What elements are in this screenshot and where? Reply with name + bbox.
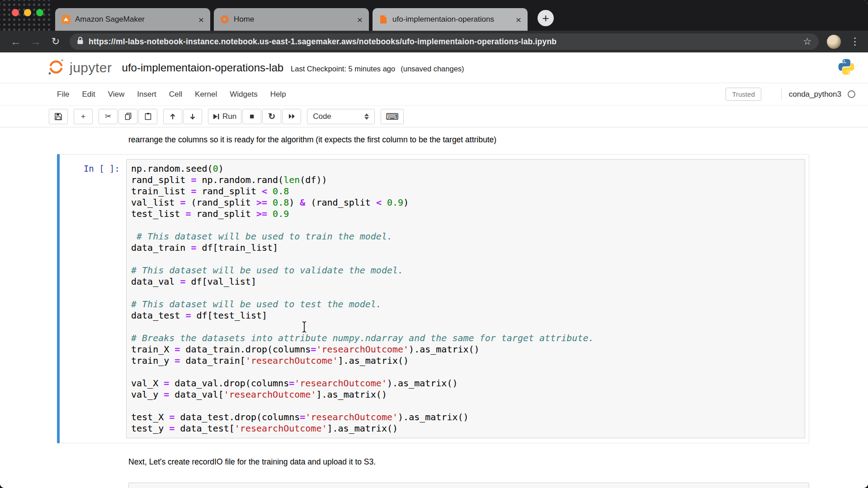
code-line: train_y = data_train['researchOutcome'].… <box>131 355 800 366</box>
text-cursor-icon <box>301 321 307 335</box>
minimize-window-button[interactable] <box>24 9 31 16</box>
close-tab-icon[interactable]: × <box>515 15 522 24</box>
address-bar[interactable]: https://ml-labs-notebook-instance.notebo… <box>70 33 819 50</box>
tab-amazon-sagemaker[interactable]: Amazon SageMaker × <box>55 8 210 31</box>
notebook-file-icon <box>379 15 388 24</box>
forward-icon[interactable]: → <box>28 35 43 48</box>
save-icon <box>54 113 62 121</box>
stop-icon: ■ <box>250 113 254 120</box>
tab-ufo-notebook[interactable]: ufo-implementaion-operations × <box>373 8 528 31</box>
jupyter-header: jupyter ufo-implementaion-operations-lab… <box>0 52 868 83</box>
profile-avatar[interactable] <box>827 35 841 49</box>
menu-view[interactable]: View <box>102 90 131 99</box>
sagemaker-icon <box>61 15 71 24</box>
notebook-title[interactable]: ufo-implementaion-operations-lab <box>122 61 284 74</box>
insert-cell-button[interactable]: + <box>74 109 93 124</box>
lock-icon <box>77 37 84 47</box>
bookmark-star-icon[interactable]: ☆ <box>803 36 811 47</box>
code-line: val_list = (rand_split >= 0.8) & (rand_s… <box>131 197 800 208</box>
cell-prompt: In [ ]: <box>57 159 126 438</box>
trusted-button[interactable]: Trusted <box>726 88 761 101</box>
menu-edit[interactable]: Edit <box>75 90 101 99</box>
tab-list: Amazon SageMaker × Home × ufo-implementa… <box>55 0 554 31</box>
copy-cell-button[interactable] <box>118 109 137 124</box>
menu-cell[interactable]: Cell <box>163 90 189 99</box>
browser-navigation-bar: ← → ↻ https://ml-labs-notebook-instance.… <box>0 31 868 52</box>
jupyter-logo-icon[interactable] <box>47 58 65 78</box>
run-label: Run <box>222 112 236 121</box>
tab-title: Amazon SageMaker <box>75 15 193 24</box>
cell-type-value: Code <box>313 112 331 121</box>
code-line: test_X = data_test.drop(columns='researc… <box>131 412 800 423</box>
restart-run-all-button[interactable] <box>282 109 301 124</box>
menu-widgets[interactable]: Widgets <box>223 90 264 99</box>
code-input-area[interactable]: np.random.seed(0)rand_split = np.random.… <box>126 159 805 438</box>
new-tab-button[interactable]: + <box>538 10 554 26</box>
menu-insert[interactable]: Insert <box>131 90 163 99</box>
browser-window: Amazon SageMaker × Home × ufo-implementa… <box>0 0 868 488</box>
restart-kernel-button[interactable]: ↻ <box>262 109 281 124</box>
menu-kernel[interactable]: Kernel <box>189 90 223 99</box>
cut-icon: ✂ <box>105 113 111 120</box>
paste-cell-button[interactable] <box>138 109 157 124</box>
menu-file[interactable]: File <box>51 90 75 99</box>
run-icon <box>213 113 219 120</box>
copy-icon <box>124 113 132 120</box>
command-palette-button[interactable]: ⌨ <box>381 109 404 124</box>
code-line: np.random.seed(0) <box>131 163 800 174</box>
tab-title: Home <box>234 15 352 24</box>
code-line <box>131 220 800 231</box>
tab-title: ufo-implementaion-operations <box>392 15 510 24</box>
next-code-cell-partial[interactable] <box>128 483 809 488</box>
move-cell-up-button[interactable] <box>163 109 182 124</box>
paste-icon <box>144 113 152 120</box>
checkpoint-status: Last Checkpoint: 5 minutes ago <box>291 62 395 73</box>
code-line: val_y = data_val['researchOutcome'].as_m… <box>131 389 800 400</box>
selected-cell-indicator <box>57 154 60 443</box>
interrupt-kernel-button[interactable]: ■ <box>242 109 261 124</box>
notebook-content: rearrange the columns so it is ready for… <box>0 127 868 488</box>
jupyter-wordmark[interactable]: jupyter <box>70 60 112 75</box>
run-cell-button[interactable]: Run <box>208 109 241 124</box>
code-line: data_test = df[test_list] <box>131 310 800 321</box>
code-line: data_val = df[val_list] <box>131 276 800 287</box>
arrow-up-icon <box>169 113 176 120</box>
code-line <box>131 366 800 378</box>
cut-cell-button[interactable]: ✂ <box>99 109 118 124</box>
keyboard-icon: ⌨ <box>386 112 399 121</box>
code-line: test_y = data_test['researchOutcome'].as… <box>131 423 800 434</box>
zoom-window-button[interactable] <box>36 9 43 16</box>
markdown-cell-bottom[interactable]: Next, Let's create recordIO file for the… <box>57 457 809 467</box>
restart-icon: ↻ <box>268 112 275 121</box>
markdown-cell-top[interactable]: rearrange the columns so it is ready for… <box>57 135 809 145</box>
code-line: data_train = df[train_list] <box>131 242 800 253</box>
menu-help[interactable]: Help <box>264 90 292 99</box>
browser-menu-icon[interactable]: ⋮ <box>850 36 860 47</box>
plus-icon: + <box>81 113 85 120</box>
tab-home[interactable]: Home × <box>214 8 369 31</box>
close-tab-icon[interactable]: × <box>356 15 363 24</box>
close-window-button[interactable] <box>12 9 19 16</box>
reload-icon[interactable]: ↻ <box>48 36 63 47</box>
code-line: val_X = data_val.drop(columns='researchO… <box>131 378 800 389</box>
notebook-toolbar: + ✂ Run ■ ↻ <box>0 106 868 127</box>
kernel-name: conda_python3 <box>789 90 841 99</box>
move-cell-down-button[interactable] <box>183 109 202 124</box>
save-button[interactable] <box>49 109 68 124</box>
kernel-idle-icon <box>848 90 855 98</box>
notebook-menubar: File Edit View Insert Cell Kernel Widget… <box>0 83 868 106</box>
close-tab-icon[interactable]: × <box>198 15 205 24</box>
code-lines: np.random.seed(0)rand_split = np.random.… <box>131 163 800 434</box>
browser-tab-strip: Amazon SageMaker × Home × ufo-implementa… <box>0 0 868 31</box>
code-line <box>131 253 800 265</box>
window-controls <box>12 9 43 16</box>
code-line: rand_split = np.random.rand(len(df)) <box>131 174 800 186</box>
code-line: # Breaks the datasets into attribute num… <box>131 333 800 344</box>
code-cell-selected[interactable]: In [ ]: np.random.seed(0)rand_split = np… <box>57 154 809 443</box>
back-icon[interactable]: ← <box>8 35 24 48</box>
jupyter-ring-icon <box>220 15 229 24</box>
unsaved-changes-status: (unsaved changes) <box>401 62 464 73</box>
cell-type-select[interactable]: Code <box>307 109 375 124</box>
markdown-text: Next, Let's create recordIO file for the… <box>128 457 376 466</box>
select-arrows-icon <box>364 113 369 120</box>
